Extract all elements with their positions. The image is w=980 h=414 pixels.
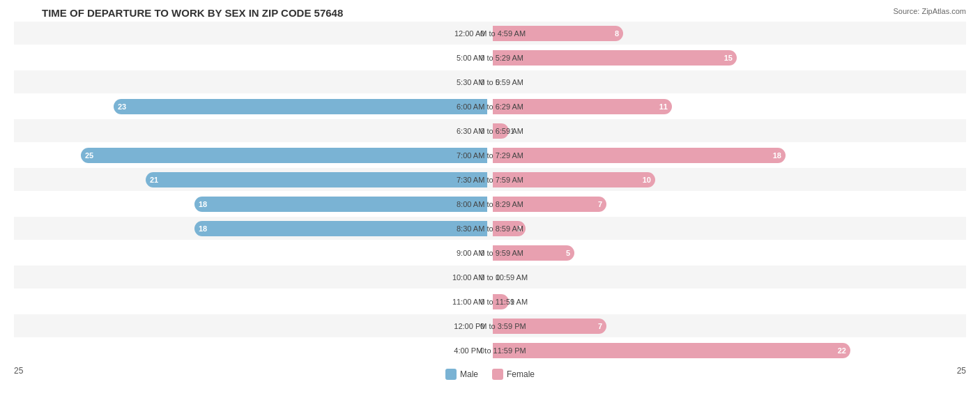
female-side: 15 [490,46,966,69]
female-side: 22 [490,339,966,362]
table-row: 012:00 AM to 4:59 AM8 [14,22,966,45]
female-value: 5 [566,249,570,257]
legend-female: Female [492,369,535,380]
table-row: 188:00 AM to 8:29 AM7 [14,192,966,215]
row-label: 12:00 PM to 3:59 PM [420,322,560,330]
row-label: 10:00 AM to 10:59 AM [420,273,560,282]
female-side: 18 [490,144,966,167]
row-label: 7:00 AM to 7:29 AM [420,151,560,160]
male-value: 23 [118,102,126,111]
legend-male-label: Male [460,369,478,379]
female-side: 0 [490,266,966,289]
axis-right: 25 [957,366,966,380]
male-side: 0 [14,119,490,142]
female-side: 1 [490,119,966,142]
row-label: 4:00 PM to 11:59 PM [420,346,560,355]
female-side: 5 [490,241,966,264]
female-value: 22 [838,346,846,355]
female-value: 7 [598,322,602,330]
row-label: 5:00 AM to 5:29 AM [420,54,560,62]
male-value: 25 [85,151,93,160]
table-row: 236:00 AM to 6:29 AM11 [14,95,966,118]
table-row: 04:00 PM to 11:59 PM22 [14,339,966,362]
table-row: 09:00 AM to 9:59 AM5 [14,241,966,264]
table-row: 05:30 AM to 5:59 AM0 [14,70,966,93]
chart-body: 012:00 AM to 4:59 AM805:00 AM to 5:29 AM… [14,22,966,362]
source-text: Source: ZipAtlas.com [893,7,966,15]
table-row: 06:30 AM to 6:59 AM1 [14,119,966,142]
female-value: 10 [643,176,651,184]
female-value: 11 [659,102,668,111]
male-side: 0 [14,266,490,289]
row-label: 6:30 AM to 6:59 AM [420,127,560,135]
male-value: 18 [199,224,207,233]
table-row: 257:00 AM to 7:29 AM18 [14,144,966,167]
row-label: 8:30 AM to 8:59 AM [420,224,560,233]
female-value: 18 [773,151,781,160]
table-row: 188:30 AM to 8:59 AM2 [14,217,966,240]
chart-title: TIME OF DEPARTURE TO WORK BY SEX IN ZIP … [14,7,966,19]
legend: Male Female [445,369,535,380]
row-label: 7:30 AM to 7:59 AM [420,176,560,184]
male-side: 0 [14,290,490,313]
female-side: 0 [490,70,966,93]
row-label: 8:00 AM to 8:29 AM [420,200,560,208]
male-side: 0 [14,70,490,93]
legend-female-box [492,369,503,380]
table-row: 217:30 AM to 7:59 AM10 [14,168,966,191]
female-side: 8 [490,22,966,45]
male-side: 18 [14,192,490,215]
male-side: 0 [14,46,490,69]
female-side: 7 [490,192,966,215]
male-side: 25 [14,144,490,167]
male-side: 0 [14,314,490,337]
male-side: 18 [14,217,490,240]
male-value: 18 [199,200,207,208]
female-side: 2 [490,217,966,240]
male-value: 21 [150,176,158,184]
female-side: 1 [490,290,966,313]
axis-bottom: 25 Male Female 25 [14,363,966,380]
female-side: 10 [490,168,966,191]
female-value: 7 [598,200,602,208]
female-value: 8 [615,29,619,38]
male-side: 0 [14,339,490,362]
row-label: 5:30 AM to 5:59 AM [420,78,560,86]
row-label: 9:00 AM to 9:59 AM [420,249,560,257]
table-row: 05:00 AM to 5:29 AM15 [14,46,966,69]
row-label: 11:00 AM to 11:59 AM [420,298,560,306]
axis-left: 25 [14,366,23,380]
female-side: 11 [490,95,966,118]
female-side: 7 [490,314,966,337]
row-label: 6:00 AM to 6:29 AM [420,102,560,111]
row-label: 12:00 AM to 4:59 AM [420,29,560,38]
legend-female-label: Female [507,369,535,379]
table-row: 012:00 PM to 3:59 PM7 [14,314,966,337]
table-row: 010:00 AM to 10:59 AM0 [14,266,966,289]
male-side: 0 [14,241,490,264]
male-side: 23 [14,95,490,118]
male-side: 0 [14,22,490,45]
legend-male-box [445,369,457,380]
male-side: 21 [14,168,490,191]
female-value: 15 [724,54,733,62]
legend-male: Male [445,369,478,380]
chart-container: TIME OF DEPARTURE TO WORK BY SEX IN ZIP … [0,0,980,414]
table-row: 011:00 AM to 11:59 AM1 [14,290,966,313]
